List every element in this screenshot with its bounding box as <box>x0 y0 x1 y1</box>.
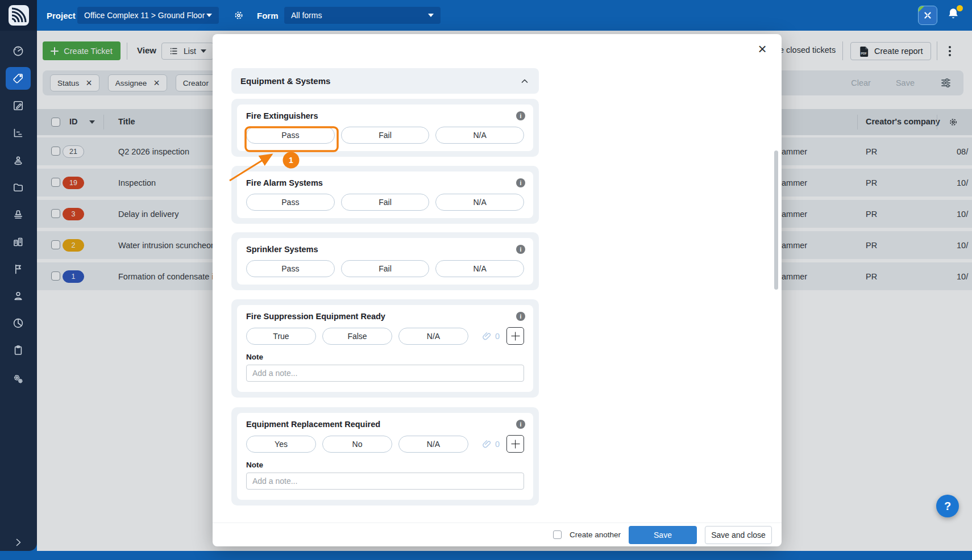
attachment-count: 0 <box>495 332 500 341</box>
attachments-button[interactable]: 0 <box>481 438 500 449</box>
ticket-form-modal: Equipment & Systems Fire Extinguishers P… <box>213 34 782 546</box>
chevron-right-icon <box>12 536 24 549</box>
folder-icon <box>12 181 24 194</box>
chevron-up-icon <box>520 76 530 86</box>
create-another-label: Create another <box>570 530 621 539</box>
sidebar-item-tasks[interactable] <box>6 339 31 362</box>
option-pass-button[interactable]: Pass <box>246 260 335 277</box>
top-bar: Project Office Complex 11 > Ground Floor… <box>0 0 972 31</box>
gears-icon <box>12 373 24 385</box>
option-na-button[interactable]: N/A <box>435 127 524 144</box>
notifications-button[interactable] <box>946 6 964 24</box>
option-false-button[interactable]: False <box>322 328 392 345</box>
save-button[interactable]: Save <box>629 526 697 544</box>
paperclip-icon <box>481 331 492 341</box>
option-na-button[interactable]: N/A <box>398 436 468 453</box>
corner-accent <box>919 6 924 12</box>
info-icon[interactable] <box>516 245 525 254</box>
option-fail-button[interactable]: Fail <box>341 194 430 211</box>
app-logo[interactable] <box>0 0 37 31</box>
option-true-button[interactable]: True <box>246 328 316 345</box>
option-yes-button[interactable]: Yes <box>246 436 316 453</box>
sidebar-item-documents[interactable] <box>6 176 31 199</box>
info-icon[interactable] <box>516 312 525 321</box>
note-input[interactable] <box>246 365 524 382</box>
add-attachment-button[interactable] <box>506 327 524 345</box>
chart-icon <box>12 127 24 139</box>
sidebar-item-site-users[interactable] <box>6 149 31 172</box>
field-section: Equipment Replacement Required Yes No N/… <box>231 407 539 505</box>
gauge-icon <box>12 45 24 57</box>
sidebar-item-dashboard[interactable] <box>6 40 31 62</box>
field-label: Equipment Replacement Required <box>246 420 524 429</box>
sidebar-item-flags[interactable] <box>6 258 31 281</box>
sidebar-item-tickets[interactable] <box>6 67 31 90</box>
project-label: Project <box>47 0 76 31</box>
option-pass-button[interactable]: Pass <box>246 194 335 211</box>
save-and-close-button[interactable]: Save and close <box>705 526 772 544</box>
add-attachment-button[interactable] <box>506 435 524 453</box>
sidebar-item-reports[interactable] <box>6 122 31 144</box>
option-no-button[interactable]: No <box>322 436 392 453</box>
field-label: Fire Extinguishers <box>246 111 524 120</box>
app-root: Create Ticket View List e closed tickets… <box>0 0 972 560</box>
option-na-button[interactable]: N/A <box>398 328 468 345</box>
sidebar-item-users[interactable] <box>6 285 31 307</box>
option-pass-button[interactable]: Pass <box>246 127 335 144</box>
project-settings-button[interactable] <box>230 6 248 24</box>
modal-scrollbar-thumb[interactable] <box>774 151 778 290</box>
attachment-count: 0 <box>495 440 500 449</box>
field-section: Fire Alarm Systems Pass Fail N/A <box>231 166 539 224</box>
pie-chart-icon <box>12 317 24 329</box>
option-na-button[interactable]: N/A <box>435 260 524 277</box>
sidebar-nav <box>0 31 37 551</box>
project-dropdown[interactable]: Office Complex 11 > Ground Floor <box>77 7 219 24</box>
create-another-checkbox[interactable] <box>553 530 562 539</box>
section-title: Equipment & Systems <box>240 76 330 86</box>
help-button[interactable]: ? <box>936 495 959 517</box>
logo-icon <box>8 5 30 26</box>
option-na-button[interactable]: N/A <box>435 194 524 211</box>
notification-badge <box>957 5 963 11</box>
field-label: Fire Suppression Equipment Ready <box>246 312 524 321</box>
sidebar-expand-button[interactable] <box>6 531 31 554</box>
field-label: Fire Alarm Systems <box>246 178 524 187</box>
buildings-icon <box>12 236 24 248</box>
attachments-button[interactable]: 0 <box>481 331 500 341</box>
person-pin-icon <box>12 154 24 166</box>
option-fail-button[interactable]: Fail <box>341 260 430 277</box>
sidebar-item-insights[interactable] <box>6 312 31 335</box>
field-section: Fire Suppression Equipment Ready True Fa… <box>231 299 539 398</box>
sidebar-item-companies[interactable] <box>6 231 31 253</box>
form-section-header[interactable]: Equipment & Systems <box>231 68 539 94</box>
option-fail-button[interactable]: Fail <box>341 127 430 144</box>
form-edit-icon <box>12 99 24 112</box>
sidebar-item-approvals[interactable] <box>6 203 31 226</box>
project-value: Office Complex 11 > Ground Floor <box>84 11 205 20</box>
tag-icon <box>12 72 24 85</box>
form-value: All forms <box>291 11 322 20</box>
modal-footer: Create another Save Save and close <box>213 523 782 546</box>
close-modal-button[interactable] <box>754 41 770 57</box>
info-icon[interactable] <box>516 178 525 187</box>
sidebar-item-settings[interactable] <box>6 367 31 390</box>
chevron-down-icon <box>206 14 212 17</box>
note-input[interactable] <box>246 473 524 490</box>
info-icon[interactable] <box>516 111 525 120</box>
note-label: Note <box>246 353 524 361</box>
clipboard-icon <box>12 344 24 357</box>
form-label: Form <box>257 0 279 31</box>
field-section: Fire Extinguishers Pass Fail N/A <box>231 99 539 157</box>
sidebar-item-forms[interactable] <box>6 94 31 117</box>
person-icon <box>12 290 24 302</box>
field-label: Sprinkler Systems <box>246 245 524 254</box>
app-switcher-button[interactable] <box>918 6 937 25</box>
field-section: Sprinkler Systems Pass Fail N/A <box>231 232 539 290</box>
form-dropdown[interactable]: All forms <box>284 7 441 24</box>
flag-icon <box>12 263 24 275</box>
paperclip-icon <box>481 438 492 449</box>
note-label: Note <box>246 461 524 469</box>
chevron-down-icon <box>428 14 434 17</box>
info-icon[interactable] <box>516 420 525 429</box>
stamp-icon <box>12 208 24 221</box>
